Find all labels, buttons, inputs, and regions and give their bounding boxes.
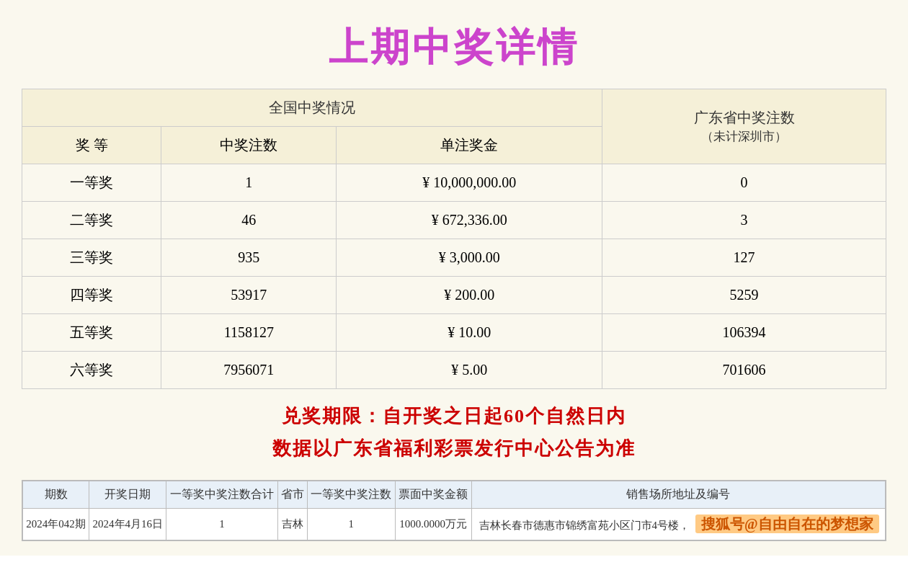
prize-name: 三等奖 xyxy=(22,239,161,277)
prize-amount: ¥ 10.00 xyxy=(337,314,602,352)
bottom-total: 1 xyxy=(166,509,277,540)
prize-count: 53917 xyxy=(161,277,337,314)
prize-guangdong: 106394 xyxy=(602,314,886,352)
col-count: 中奖注数 xyxy=(161,127,337,164)
table-row: 五等奖 1158127 ¥ 10.00 106394 xyxy=(22,314,886,352)
prize-count: 46 xyxy=(161,202,337,239)
bottom-col-header: 票面中奖金额 xyxy=(395,481,471,509)
prize-count: 7956071 xyxy=(161,352,337,389)
table-row: 六等奖 7956071 ¥ 5.00 701606 xyxy=(22,352,886,389)
table-row: 四等奖 53917 ¥ 200.00 5259 xyxy=(22,277,886,314)
prize-count: 1158127 xyxy=(161,314,337,352)
col-amount: 单注奖金 xyxy=(337,127,602,164)
table-row: 三等奖 935 ¥ 3,000.00 127 xyxy=(22,239,886,277)
bottom-col-header: 开奖日期 xyxy=(89,481,166,509)
prize-table: 全国中奖情况 广东省中奖注数 （未计深圳市） 奖 等 中奖注数 单注奖金 一等奖… xyxy=(22,89,886,389)
table-row: 一等奖 1 ¥ 10,000,000.00 0 xyxy=(22,164,886,202)
prize-guangdong: 5259 xyxy=(602,277,886,314)
prize-amount: ¥ 5.00 xyxy=(337,352,602,389)
prize-guangdong: 127 xyxy=(602,239,886,277)
prize-name: 二等奖 xyxy=(22,202,161,239)
prize-guangdong: 701606 xyxy=(602,352,886,389)
bottom-col-header: 期数 xyxy=(23,481,89,509)
notice-line1: 兑奖期限：自开奖之日起60个自然日内 xyxy=(22,404,886,429)
prize-count: 935 xyxy=(161,239,337,277)
prize-guangdong: 3 xyxy=(602,202,886,239)
bottom-count: 1 xyxy=(307,509,395,540)
prize-name: 一等奖 xyxy=(22,164,161,202)
notice-line2: 数据以广东省福利彩票发行中心公告为准 xyxy=(22,436,886,461)
bottom-table-container: 期数开奖日期一等奖中奖注数合计省市一等奖中奖注数票面中奖金额销售场所地址及编号 … xyxy=(22,480,886,541)
prize-name: 四等奖 xyxy=(22,277,161,314)
bottom-col-header: 一等奖中奖注数合计 xyxy=(166,481,277,509)
prize-amount: ¥ 672,336.00 xyxy=(337,202,602,239)
bottom-col-header: 一等奖中奖注数 xyxy=(307,481,395,509)
prize-guangdong: 0 xyxy=(602,164,886,202)
prize-count: 1 xyxy=(161,164,337,202)
bottom-col-header: 销售场所地址及编号 xyxy=(471,481,885,509)
bottom-date: 2024年4月16日 xyxy=(89,509,166,540)
header-guangdong: 广东省中奖注数 （未计深圳市） xyxy=(602,89,886,164)
bottom-col-header: 省市 xyxy=(277,481,307,509)
header-national: 全国中奖情况 xyxy=(22,89,602,127)
bottom-table-row: 2024年042期 2024年4月16日 1 吉林 1 1000.0000万元 … xyxy=(23,509,886,540)
bottom-amount: 1000.0000万元 xyxy=(395,509,471,540)
prize-amount: ¥ 200.00 xyxy=(337,277,602,314)
prize-name: 六等奖 xyxy=(22,352,161,389)
prize-amount: ¥ 3,000.00 xyxy=(337,239,602,277)
notice-section: 兑奖期限：自开奖之日起60个自然日内 数据以广东省福利彩票发行中心公告为准 xyxy=(22,389,886,468)
prize-amount: ¥ 10,000,000.00 xyxy=(337,164,602,202)
table-row: 二等奖 46 ¥ 672,336.00 3 xyxy=(22,202,886,239)
prize-name: 五等奖 xyxy=(22,314,161,352)
col-prize: 奖 等 xyxy=(22,127,161,164)
bottom-province: 吉林 xyxy=(277,509,307,540)
page-title: 上期中奖详情 xyxy=(22,7,886,89)
main-container: 上期中奖详情 全国中奖情况 广东省中奖注数 （未计深圳市） 奖 等 中奖注数 单… xyxy=(0,0,908,556)
bottom-period: 2024年042期 xyxy=(23,509,89,540)
bottom-table: 期数开奖日期一等奖中奖注数合计省市一等奖中奖注数票面中奖金额销售场所地址及编号 … xyxy=(22,481,886,540)
bottom-address: 吉林长春市德惠市锦绣富苑小区门市4号楼，搜狐号@自由自在的梦想家 xyxy=(471,509,885,540)
